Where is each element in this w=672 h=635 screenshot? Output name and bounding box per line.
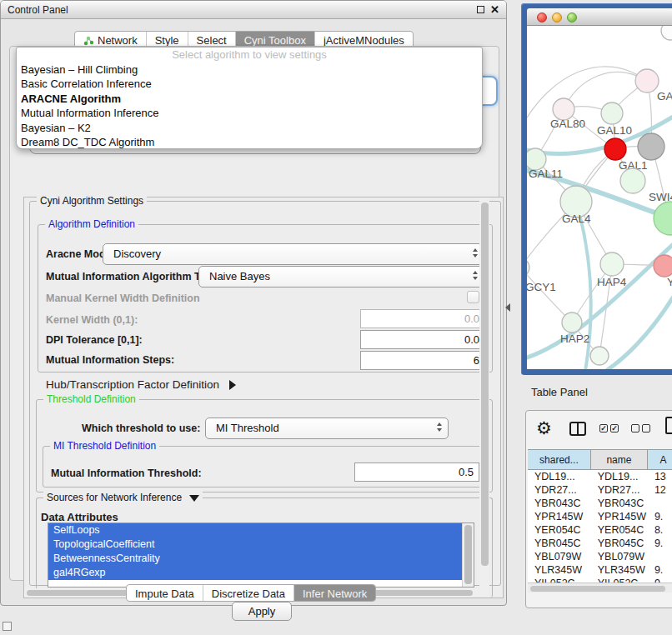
network-canvas[interactable]: GALGAL80GAL10GAL11GAL1SWI4GAL4GCY1HAP4YH… <box>527 26 672 369</box>
which-threshold-combo[interactable]: MI Threshold <box>205 418 449 439</box>
node-table: shared...nameA YDL19...YDL19...13YDR27..… <box>528 449 672 582</box>
table-horizontal-scrollbar[interactable] <box>528 582 672 592</box>
sources-legend[interactable]: Sources for Network Inference <box>43 492 203 503</box>
algorithm-option[interactable]: Bayesian – K2 <box>17 121 482 135</box>
import-table-icon[interactable] <box>665 417 672 434</box>
control-panel-title: Control Panel <box>1 4 68 16</box>
algorithm-option[interactable]: Basic Correlation Inference <box>17 77 482 91</box>
mi-steps-field[interactable]: 6 <box>360 351 485 370</box>
mi-type-value: Naive Bayes <box>209 270 270 282</box>
kernel-width-label: Kernel Width (0,1): <box>46 314 138 326</box>
table-cell: YLR345W <box>528 563 591 577</box>
algorithm-option[interactable]: Mutual Information Inference <box>17 106 482 120</box>
network-node-salmon[interactable] <box>654 255 672 277</box>
table-row[interactable]: YDR27...YDR27...12 <box>528 483 672 497</box>
node-label-GAL4: GAL4 <box>562 212 591 225</box>
network-edge[interactable] <box>527 268 572 322</box>
aracne-mode-combo[interactable]: Discovery <box>103 243 484 265</box>
table-cell <box>648 550 672 563</box>
table-cell: YDR27... <box>528 483 591 497</box>
minimize-traffic-light-icon[interactable] <box>552 12 562 22</box>
table-row[interactable]: YIL052CYIL052C9 <box>528 577 672 582</box>
network-node-GCY1[interactable] <box>527 258 529 277</box>
mi-threshold-field[interactable]: 0.5 <box>354 462 479 482</box>
table-cell: YBL079W <box>528 550 591 563</box>
table-row[interactable]: YPR145WYPR145W9. <box>528 510 672 523</box>
stepper-icon <box>437 422 442 432</box>
network-edge-highlighted[interactable] <box>606 291 672 369</box>
attribute-item[interactable]: gal4RGexp <box>48 566 462 580</box>
table-cell: YBR045C <box>528 537 591 550</box>
tab-label: Select <box>197 34 227 47</box>
tab-discretize-data[interactable]: Discretize Data <box>203 585 293 601</box>
table-row[interactable]: YER054CYER054C8. <box>528 523 672 537</box>
network-node-top-right[interactable] <box>661 26 672 40</box>
algorithm-option[interactable]: Dream8 DC_TDC Algorithm <box>17 135 482 149</box>
node-label-GAL11: GAL11 <box>529 168 563 180</box>
table-row[interactable]: YDL19...YDL19...13 <box>528 470 672 483</box>
network-node-gray-node[interactable] <box>638 133 664 160</box>
network-node-HAP4[interactable] <box>600 252 624 276</box>
split-pane-collapse-icon[interactable] <box>505 303 510 312</box>
network-edge-highlighted[interactable] <box>527 241 672 359</box>
tab-infer-network[interactable]: Infer Network <box>293 585 375 601</box>
network-edge[interactable] <box>527 67 647 126</box>
network-view-window[interactable]: GALGAL80GAL10GAL11GAL1SWI4GAL4GCY1HAP4YH… <box>521 3 672 375</box>
table-cell: 12 <box>648 483 672 497</box>
manual-kernel-checkbox[interactable] <box>467 291 479 303</box>
network-node-GAL10[interactable] <box>601 102 623 124</box>
mi-type-label: Mutual Information Algorithm Type: <box>46 271 221 282</box>
table-row[interactable]: YLR345WYLR345W9. <box>528 563 672 577</box>
list-scrollbar[interactable] <box>462 523 474 587</box>
mi-algorithm-type-combo[interactable]: Naive Bayes <box>198 266 484 288</box>
control-panel-titlebar[interactable]: Control Panel ✕ <box>1 1 506 19</box>
restore-panel-icon[interactable] <box>3 622 12 631</box>
attribute-item[interactable]: TopologicalCoefficient <box>48 538 462 552</box>
attribute-item[interactable]: SelfLoops <box>48 523 462 538</box>
vertical-scrollbar[interactable] <box>479 198 489 598</box>
algorithm-dropdown-popup: Select algorithm to view settings Bayesi… <box>16 47 483 149</box>
column-header-name[interactable]: name <box>591 450 648 469</box>
table-cell: 13 <box>648 470 672 483</box>
tab-impute-data[interactable]: Impute Data <box>127 585 203 601</box>
kernel-width-field[interactable]: 0.0 <box>360 309 485 328</box>
dpi-tolerance-field[interactable]: 0.0 <box>360 330 485 349</box>
columns-icon[interactable] <box>569 422 586 436</box>
network-node-bottom[interactable] <box>590 347 609 365</box>
which-threshold-value: MI Threshold <box>216 422 279 434</box>
expand-right-icon <box>229 380 236 390</box>
network-node-big-green[interactable] <box>654 202 672 235</box>
network-window-titlebar[interactable] <box>527 8 672 26</box>
table-cell: YLR345W <box>591 563 648 577</box>
mi-threshold-legend: MI Threshold Definition <box>50 440 159 452</box>
table-cell: YIL052C <box>591 577 648 582</box>
network-node-GAL7[interactable] <box>635 69 659 92</box>
algorithm-option[interactable]: ARACNE Algorithm <box>17 92 482 106</box>
column-header-shared[interactable]: shared... <box>528 450 591 469</box>
table-cell: 8. <box>648 523 672 537</box>
close-traffic-light-icon[interactable] <box>537 12 547 22</box>
float-window-icon[interactable] <box>477 6 484 13</box>
table-row[interactable]: YBR043CYBR043C <box>528 497 672 510</box>
table-cell: YIL052C <box>528 577 591 582</box>
column-header-A[interactable]: A <box>648 450 672 469</box>
hub-definition-expander[interactable]: Hub/Transcription Factor Definition <box>46 378 236 391</box>
network-node-SWI4[interactable] <box>620 168 645 193</box>
network-node-HAP2[interactable] <box>562 312 582 332</box>
select-all-columns-icon[interactable]: ✓✓ <box>599 424 619 432</box>
table-row[interactable]: YBR045CYBR045C9. <box>528 537 672 550</box>
unselect-all-columns-icon[interactable] <box>631 424 650 432</box>
algorithm-popup-placeholder: Select algorithm to view settings <box>17 48 482 62</box>
network-node-red-node[interactable] <box>604 138 626 160</box>
algorithm-option[interactable]: Bayesian – Hill Climbing <box>17 62 482 77</box>
table-row[interactable]: YBL079WYBL079W <box>528 550 672 563</box>
close-panel-icon[interactable]: ✕ <box>490 3 499 16</box>
attribute-item[interactable]: BetweennessCentrality <box>48 552 462 566</box>
apply-button[interactable]: Apply <box>232 602 292 621</box>
node-label-GAL10: GAL10 <box>597 124 632 137</box>
gear-icon[interactable]: ⚙ <box>536 418 552 438</box>
zoom-traffic-light-icon[interactable] <box>567 12 577 22</box>
mi-steps-label: Mutual Information Steps: <box>46 354 174 366</box>
data-attributes-list[interactable]: SelfLoopsTopologicalCoefficientBetweenne… <box>48 522 474 588</box>
sources-legend-text: Sources for Network Inference <box>47 492 182 503</box>
